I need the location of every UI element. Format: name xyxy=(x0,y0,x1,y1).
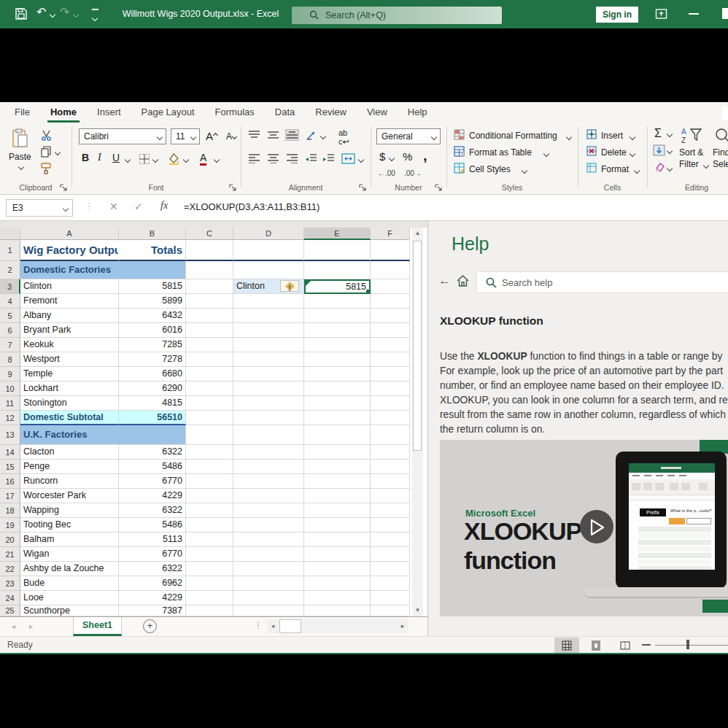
cell-A3[interactable]: Clinton xyxy=(20,279,119,294)
orientation-menu-chevron-icon[interactable] xyxy=(320,133,326,139)
cell-B16[interactable]: 6770 xyxy=(119,474,186,489)
horizontal-scrollbar-thumb[interactable] xyxy=(279,619,301,633)
row-header-24[interactable]: 24 xyxy=(0,591,20,605)
cell-E24[interactable] xyxy=(304,591,371,605)
cell-F22[interactable] xyxy=(371,562,410,576)
row-header-10[interactable]: 10 xyxy=(0,382,20,396)
cell-A2[interactable]: Domestic Factories xyxy=(20,261,119,279)
scroll-right-icon[interactable]: ▸ xyxy=(397,619,408,633)
decrease-decimal-icon[interactable]: .00→ xyxy=(404,169,422,177)
cell-B11[interactable]: 4815 xyxy=(119,396,186,411)
delete-cells-icon[interactable] xyxy=(586,146,597,156)
redo-menu-chevron-icon[interactable] xyxy=(73,12,79,18)
find-select-button-line2[interactable]: Sele xyxy=(713,159,728,169)
tab-view[interactable]: View xyxy=(357,102,398,123)
cell-D3[interactable]: Clinton! xyxy=(233,279,304,294)
error-warning-button[interactable]: ! xyxy=(280,280,299,292)
cell-C20[interactable] xyxy=(186,533,233,547)
fill-color-menu-chevron-icon[interactable] xyxy=(183,157,189,163)
help-home-icon[interactable] xyxy=(456,274,470,287)
row-header-2[interactable]: 2 xyxy=(0,261,20,279)
cell-C7[interactable] xyxy=(186,338,233,352)
row-header-14[interactable]: 14 xyxy=(0,445,20,460)
row-header-4[interactable]: 4 xyxy=(0,294,20,309)
autosum-icon[interactable]: Σ xyxy=(654,127,662,140)
cell-E16[interactable] xyxy=(304,474,371,489)
cell-B22[interactable]: 6322 xyxy=(119,562,186,576)
number-dialog-launcher-icon[interactable] xyxy=(435,184,442,191)
cell-E4[interactable] xyxy=(304,294,371,309)
cell-F15[interactable] xyxy=(371,460,410,474)
sort-filter-button[interactable]: Sort & xyxy=(679,147,703,158)
cell-F9[interactable] xyxy=(371,367,410,382)
cell-B6[interactable]: 6016 xyxy=(119,323,186,338)
titlebar-search[interactable]: Search (Alt+Q) xyxy=(292,7,502,24)
row-header-9[interactable]: 9 xyxy=(0,367,20,382)
find-select-button[interactable]: Find xyxy=(713,147,728,158)
cell-A4[interactable]: Fremont xyxy=(20,294,119,309)
cell-C16[interactable] xyxy=(186,474,233,489)
cancel-icon[interactable]: ✕ xyxy=(109,201,118,212)
align-left-icon[interactable] xyxy=(248,153,260,163)
cell-A8[interactable]: Westport xyxy=(20,352,119,367)
row-header-19[interactable]: 19 xyxy=(0,518,20,533)
cell-D21[interactable] xyxy=(233,547,304,562)
cell-A12[interactable]: Domestic Subtotal xyxy=(20,411,119,425)
cell-B8[interactable]: 7278 xyxy=(119,352,186,367)
row-header-12[interactable]: 12 xyxy=(0,411,20,425)
cell-A13[interactable]: U.K. Factories xyxy=(20,425,119,445)
cell-C3[interactable] xyxy=(186,279,233,294)
cell-E18[interactable] xyxy=(304,503,371,518)
cell-B14[interactable]: 6322 xyxy=(119,445,186,460)
cell-F8[interactable] xyxy=(371,352,410,367)
cell-C11[interactable] xyxy=(186,396,233,411)
cut-icon[interactable] xyxy=(41,130,52,141)
font-name-select[interactable]: Calibri xyxy=(79,128,166,144)
increase-decimal-icon[interactable]: ←.00 xyxy=(378,169,395,177)
paste-button[interactable]: Paste xyxy=(9,152,31,162)
help-search-input[interactable]: Search help xyxy=(476,271,728,293)
paste-menu-chevron-icon[interactable] xyxy=(18,164,24,170)
cell-D13[interactable] xyxy=(233,425,304,445)
cell-F6[interactable] xyxy=(371,323,410,338)
cell-D17[interactable] xyxy=(233,489,304,503)
column-header-d[interactable]: D xyxy=(233,228,304,240)
cell-F19[interactable] xyxy=(371,518,410,533)
insert-cells-icon[interactable] xyxy=(586,129,597,139)
cell-A25[interactable]: Scunthorpe xyxy=(20,605,119,616)
cell-D24[interactable] xyxy=(233,591,304,605)
cell-D1[interactable] xyxy=(233,240,304,261)
cell-D19[interactable] xyxy=(233,518,304,533)
cell-B18[interactable]: 6322 xyxy=(119,503,186,518)
tab-formulas[interactable]: Formulas xyxy=(205,102,265,123)
cell-F21[interactable] xyxy=(371,547,410,562)
top-align-icon[interactable] xyxy=(248,130,260,140)
cell-E13[interactable] xyxy=(304,425,371,445)
cell-B13[interactable] xyxy=(119,425,186,445)
cell-C24[interactable] xyxy=(186,591,233,605)
font-color-icon[interactable]: A xyxy=(200,152,206,166)
cell-E9[interactable] xyxy=(304,367,371,382)
cell-B10[interactable]: 6290 xyxy=(119,382,186,396)
fill-icon[interactable] xyxy=(653,144,665,156)
copy-icon[interactable] xyxy=(41,146,51,158)
fill-handle[interactable] xyxy=(365,289,371,294)
cell-F3[interactable] xyxy=(371,279,410,294)
zoom-slider-track[interactable] xyxy=(655,645,728,646)
tab-help[interactable]: Help xyxy=(398,102,438,123)
cell-A23[interactable]: Bude xyxy=(20,576,119,591)
decrease-indent-icon[interactable] xyxy=(305,153,317,163)
cell-B19[interactable]: 5486 xyxy=(119,518,186,533)
cell-D6[interactable] xyxy=(233,323,304,338)
cell-E7[interactable] xyxy=(304,338,371,352)
cell-C1[interactable] xyxy=(186,240,233,261)
insert-button[interactable]: Insert xyxy=(601,131,623,141)
restore-button-partial[interactable] xyxy=(722,8,728,19)
cell-E8[interactable] xyxy=(304,352,371,367)
font-size-select[interactable]: 11 xyxy=(171,128,200,144)
cell-C18[interactable] xyxy=(186,503,233,518)
cell-D23[interactable] xyxy=(233,576,304,591)
cell-C10[interactable] xyxy=(186,382,233,396)
cell-C12[interactable] xyxy=(186,411,233,425)
cell-C15[interactable] xyxy=(186,460,233,474)
